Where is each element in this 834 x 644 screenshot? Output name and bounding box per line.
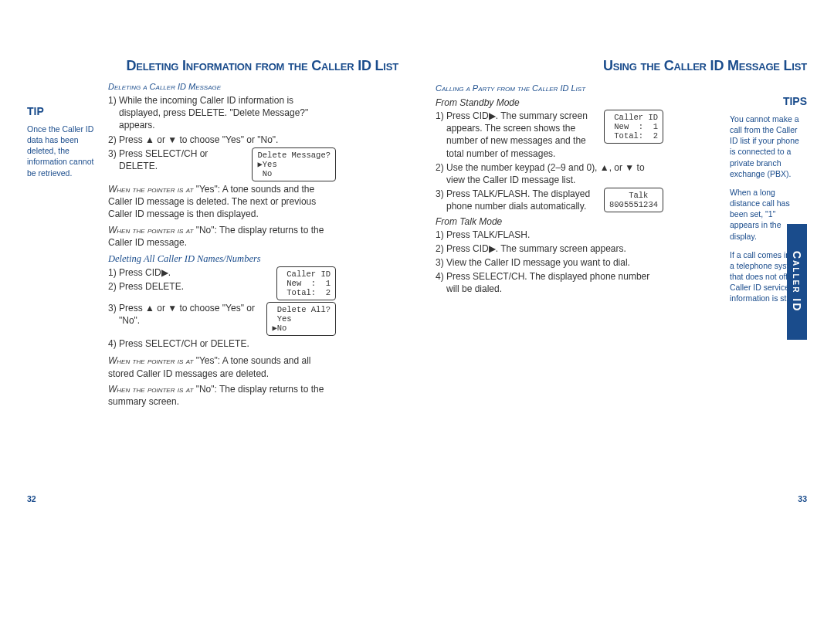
page-right-title: Using the Caller ID Message List bbox=[436, 58, 807, 74]
step: 3) View the Caller ID message you want t… bbox=[436, 256, 663, 269]
section-header-calling-party: Calling a Party from the Caller ID List bbox=[436, 83, 663, 93]
note-no-2: When the pointer is at "No": The display… bbox=[108, 383, 336, 408]
step: 3) Press TALK/FLASH. The displayed phone… bbox=[436, 188, 598, 212]
step: 2) Press CID▶. The summary screen appear… bbox=[436, 242, 663, 255]
page-number-right: 33 bbox=[798, 494, 807, 503]
step: 1) While the incoming Caller ID informat… bbox=[108, 94, 336, 132]
lcd-delete-all: Delete All? Yes ▶No bbox=[266, 302, 336, 336]
subheader-deleting-all: Deleting All Caller ID Names/Numbers bbox=[108, 253, 336, 265]
page-number-left: 32 bbox=[27, 494, 36, 503]
page-left-title: Deleting Information from the Caller ID … bbox=[27, 58, 398, 74]
step: 2) Press ▲ or ▼ to choose "Yes" or "No". bbox=[108, 134, 336, 146]
lcd-talk: Talk 8005551234 bbox=[604, 188, 663, 212]
subheader-standby: From Standby Mode bbox=[436, 97, 663, 108]
section-header-deleting-msg: Deleting a Caller ID Message bbox=[108, 82, 336, 91]
step: 1) Press CID▶. The summary screen appear… bbox=[436, 110, 598, 160]
step: 4) Press SELECT/CH or DELETE. bbox=[108, 337, 336, 350]
step: 1) Press TALK/FLASH. bbox=[436, 229, 663, 241]
step: 2) Use the number keypad (2–9 and 0), ▲,… bbox=[436, 161, 663, 186]
lcd-caller-id-summary-right: Caller ID New : 1 Total: 2 bbox=[604, 110, 663, 144]
step: 3) Press SELECT/CH or DELETE. bbox=[108, 147, 246, 172]
lcd-delete-message: Delete Message? ▶Yes No bbox=[252, 147, 336, 181]
note-yes-2: When the pointer is at "Yes": A tone sou… bbox=[108, 354, 336, 379]
lcd-caller-id-summary: Caller ID New : 1 Total: 2 bbox=[276, 266, 336, 300]
step: 2) Press DELETE. bbox=[108, 280, 270, 293]
page-spread: Deleting Information from the Caller ID … bbox=[0, 0, 834, 442]
subheader-talk: From Talk Mode bbox=[436, 216, 663, 227]
page-right: Using the Caller ID Message List Calling… bbox=[429, 58, 807, 411]
step: 3) Press ▲ or ▼ to choose "Yes" or "No". bbox=[108, 302, 260, 327]
note-yes-1: When the pointer is at "Yes": A tone sou… bbox=[108, 183, 336, 221]
note-no-1: When the pointer is at "No": The display… bbox=[108, 224, 336, 249]
step: 4) Press SELECT/CH. The displayed phone … bbox=[436, 270, 663, 295]
page-left: Deleting Information from the Caller ID … bbox=[27, 58, 406, 411]
step: 1) Press CID▶. bbox=[108, 266, 270, 279]
